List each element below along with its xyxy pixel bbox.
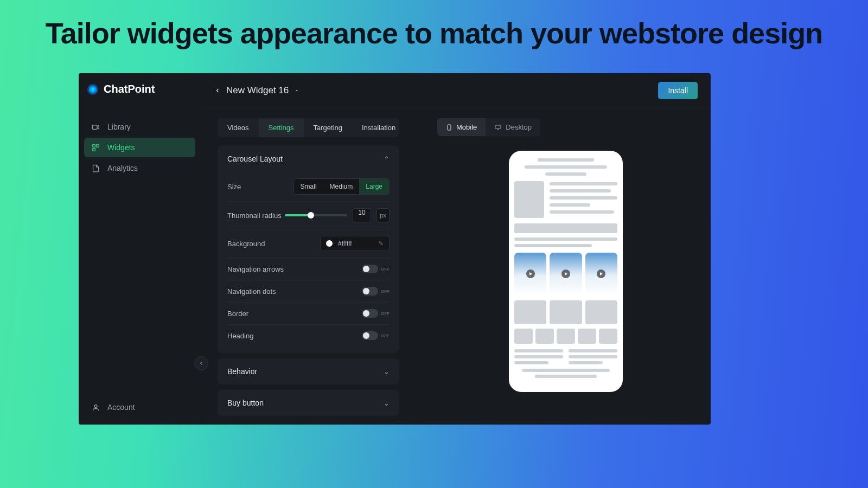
caret-down-icon bbox=[294, 88, 299, 93]
heading-toggle[interactable] bbox=[362, 331, 378, 340]
svg-rect-6 bbox=[495, 125, 501, 129]
tab-videos[interactable]: Videos bbox=[218, 118, 259, 137]
video-carousel-preview bbox=[514, 253, 617, 295]
play-icon bbox=[526, 269, 535, 278]
nav-dots-label: Navigation dots bbox=[227, 287, 276, 296]
panel-body: Size Small Medium Large Thumbnail radius bbox=[218, 172, 399, 353]
sidebar-item-widgets[interactable]: Widgets bbox=[84, 138, 195, 157]
device-tab-mobile[interactable]: Mobile bbox=[437, 118, 486, 136]
account-link[interactable]: Account bbox=[79, 395, 201, 419]
tab-settings[interactable]: Settings bbox=[259, 118, 304, 137]
placeholder-squares bbox=[514, 329, 617, 344]
placeholder-line bbox=[514, 237, 617, 241]
size-medium[interactable]: Medium bbox=[323, 179, 360, 194]
radius-slider[interactable] bbox=[285, 214, 347, 216]
svg-rect-1 bbox=[93, 144, 95, 146]
tab-targeting[interactable]: Targeting bbox=[304, 118, 352, 137]
size-small[interactable]: Small bbox=[294, 179, 323, 194]
placeholder-line bbox=[550, 210, 614, 214]
placeholder-line bbox=[522, 369, 610, 372]
panel-carousel-layout: Carousel Layout ⌃ Size Small Medium Larg… bbox=[218, 146, 399, 353]
video-thumb bbox=[550, 253, 582, 295]
device-tab-label: Desktop bbox=[506, 123, 532, 131]
logo-row: ChatPoint bbox=[79, 73, 201, 104]
sidebar-collapse-button[interactable] bbox=[194, 356, 208, 370]
logo-icon bbox=[87, 84, 98, 95]
camera-icon bbox=[92, 123, 100, 131]
nav-arrows-label: Navigation arrows bbox=[227, 265, 284, 273]
play-icon bbox=[561, 269, 570, 278]
panel-title: Behavior bbox=[227, 367, 257, 376]
placeholder-thumb bbox=[514, 181, 544, 218]
placeholder-square bbox=[557, 329, 575, 344]
placeholder-line bbox=[569, 349, 617, 352]
panel-header[interactable]: Carousel Layout ⌃ bbox=[218, 146, 399, 172]
placeholder-cell bbox=[585, 300, 617, 324]
row-border: Border Off bbox=[227, 302, 390, 324]
chevron-left-icon bbox=[199, 361, 204, 366]
play-icon bbox=[597, 269, 605, 278]
install-button[interactable]: Install bbox=[658, 82, 698, 99]
color-swatch bbox=[326, 240, 333, 247]
placeholder-line bbox=[550, 189, 611, 192]
placeholder-line bbox=[535, 375, 597, 378]
svg-rect-5 bbox=[448, 125, 451, 130]
row-nav-dots: Navigation dots Off bbox=[227, 280, 390, 302]
sidebar-item-label: Library bbox=[107, 123, 131, 131]
placeholder-square bbox=[578, 329, 596, 344]
slider-fill bbox=[285, 214, 311, 216]
background-color-field[interactable]: #ffffff ✎ bbox=[320, 236, 390, 251]
toggle-state: Off bbox=[381, 311, 390, 316]
toggle-state: Off bbox=[381, 289, 390, 294]
svg-rect-2 bbox=[97, 144, 99, 146]
row-thumbnail-radius: Thumbnail radius 10 px bbox=[227, 201, 390, 229]
placeholder-square bbox=[535, 329, 554, 344]
placeholder-grid bbox=[514, 300, 617, 324]
radius-control: 10 px bbox=[285, 208, 390, 222]
slider-thumb[interactable] bbox=[308, 212, 314, 219]
svg-rect-3 bbox=[93, 148, 95, 150]
panel-buy-button[interactable]: Buy button ⌄ bbox=[218, 390, 399, 416]
placeholder-line bbox=[514, 349, 563, 352]
tabs: Videos Settings Targeting Installation bbox=[218, 118, 399, 137]
nav-arrows-toggle[interactable] bbox=[362, 265, 378, 273]
desktop-icon bbox=[494, 124, 502, 131]
preview-column: Mobile Desktop bbox=[437, 118, 694, 421]
account-label: Account bbox=[107, 403, 135, 412]
placeholder-lines bbox=[550, 181, 617, 218]
topbar: New Widget 16 Install bbox=[201, 73, 711, 108]
sidebar-item-analytics[interactable]: Analytics bbox=[84, 158, 195, 178]
row-background: Background #ffffff ✎ bbox=[227, 229, 390, 258]
panel-behavior[interactable]: Behavior ⌄ bbox=[218, 358, 399, 384]
chevron-left-icon bbox=[214, 87, 221, 94]
chevron-down-icon: ⌄ bbox=[384, 399, 390, 407]
placeholder-cell bbox=[550, 300, 582, 324]
placeholder-line bbox=[569, 361, 603, 364]
preview-header bbox=[514, 181, 617, 218]
placeholder-line bbox=[550, 196, 617, 200]
sidebar: ChatPoint Library Widgets Analytics Acco… bbox=[79, 73, 201, 425]
widgets-icon bbox=[92, 144, 100, 152]
placeholder-square bbox=[599, 329, 617, 344]
page-title: New Widget 16 bbox=[226, 85, 289, 96]
placeholder-cell bbox=[514, 300, 546, 324]
tab-installation[interactable]: Installation bbox=[352, 118, 399, 137]
sidebar-nav: Library Widgets Analytics bbox=[79, 104, 201, 395]
placeholder-line bbox=[538, 158, 595, 162]
placeholder-block bbox=[514, 223, 617, 233]
panel-title: Carousel Layout bbox=[227, 155, 283, 163]
pencil-icon: ✎ bbox=[378, 240, 384, 247]
breadcrumb[interactable]: New Widget 16 bbox=[214, 85, 299, 96]
placeholder-line bbox=[514, 361, 548, 364]
border-toggle[interactable] bbox=[362, 309, 378, 318]
size-large[interactable]: Large bbox=[359, 179, 389, 194]
device-tab-desktop[interactable]: Desktop bbox=[486, 118, 540, 136]
toggle-state: Off bbox=[381, 267, 390, 272]
nav-dots-toggle[interactable] bbox=[362, 287, 378, 296]
sidebar-item-library[interactable]: Library bbox=[84, 117, 195, 137]
radius-input[interactable]: 10 bbox=[353, 208, 371, 222]
radius-label: Thumbnail radius bbox=[227, 211, 282, 220]
chevron-down-icon: ⌄ bbox=[384, 368, 390, 376]
toggle-state: Off bbox=[381, 333, 390, 338]
placeholder-line bbox=[550, 182, 617, 185]
